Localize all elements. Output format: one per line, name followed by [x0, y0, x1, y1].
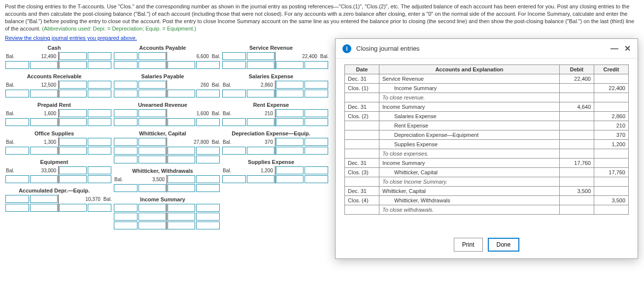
t-account-input[interactable]: [247, 147, 274, 155]
t-account-input[interactable]: [222, 175, 246, 183]
t-account-input[interactable]: [114, 61, 137, 69]
t-account-input[interactable]: [247, 90, 274, 97]
t-account-input[interactable]: [276, 166, 304, 174]
t-account-input[interactable]: [114, 90, 137, 97]
t-account-input[interactable]: [114, 204, 137, 212]
t-account-input[interactable]: [88, 166, 111, 174]
t-account-input[interactable]: [138, 109, 166, 117]
t-account-input[interactable]: [222, 118, 246, 126]
close-icon[interactable]: ✕: [624, 44, 631, 53]
t-account-input[interactable]: [138, 138, 166, 146]
t-account-input[interactable]: [88, 81, 111, 89]
t-account-input[interactable]: [59, 90, 87, 97]
t-account-input[interactable]: [88, 147, 111, 155]
t-account-input[interactable]: [114, 147, 137, 155]
t-account-input[interactable]: [276, 175, 304, 183]
t-account-input[interactable]: [247, 118, 274, 126]
t-account-input[interactable]: [114, 81, 137, 89]
t-account-input[interactable]: [168, 90, 195, 97]
t-account-input[interactable]: [222, 147, 246, 155]
t-account-input[interactable]: [222, 61, 246, 69]
t-account-input[interactable]: [222, 52, 246, 60]
t-account-input[interactable]: [114, 109, 137, 117]
t-account-input[interactable]: [138, 81, 166, 89]
t-account-input[interactable]: [196, 147, 220, 155]
t-account-input[interactable]: [114, 213, 137, 221]
t-account-input[interactable]: [138, 156, 166, 163]
t-account-input[interactable]: [247, 61, 274, 69]
t-account-input[interactable]: [30, 175, 58, 183]
t-account-input[interactable]: [305, 147, 328, 155]
t-account-input[interactable]: [88, 109, 111, 117]
t-account-input[interactable]: [276, 109, 304, 117]
t-account-input[interactable]: [168, 61, 195, 69]
t-account-input[interactable]: [196, 175, 220, 183]
done-button[interactable]: Done: [488, 238, 520, 252]
t-account-input[interactable]: [114, 52, 137, 60]
t-account-input[interactable]: [222, 90, 246, 97]
t-account-input[interactable]: [305, 81, 328, 89]
t-account-input[interactable]: [305, 166, 328, 174]
t-account-input[interactable]: [138, 52, 166, 60]
t-account-input[interactable]: [196, 184, 220, 192]
t-account-input[interactable]: [59, 166, 87, 174]
t-account-input[interactable]: [196, 204, 220, 212]
t-account-input[interactable]: [114, 156, 137, 163]
t-account-input[interactable]: [196, 222, 220, 229]
t-account-input[interactable]: [88, 138, 111, 146]
t-account-input[interactable]: [168, 156, 195, 163]
t-account-input[interactable]: [196, 156, 220, 163]
t-account-input[interactable]: [30, 204, 58, 212]
t-account-input[interactable]: [59, 81, 87, 89]
t-account-input[interactable]: [305, 118, 328, 126]
t-account-input[interactable]: [276, 147, 304, 155]
t-account-input[interactable]: [247, 52, 274, 60]
t-account-input[interactable]: [276, 138, 304, 146]
t-account-input[interactable]: [30, 118, 58, 126]
t-account-input[interactable]: [59, 61, 87, 69]
t-account-input[interactable]: [59, 109, 87, 117]
t-account-input[interactable]: [88, 175, 111, 183]
t-account-input[interactable]: [138, 90, 166, 97]
t-account-input[interactable]: [30, 90, 58, 97]
t-account-input[interactable]: [59, 138, 87, 146]
t-account-input[interactable]: [114, 184, 137, 192]
t-account-input[interactable]: [305, 90, 328, 97]
minimize-icon[interactable]: —: [610, 44, 618, 53]
t-account-input[interactable]: [30, 61, 58, 69]
t-account-input[interactable]: [88, 90, 111, 97]
review-link[interactable]: Review the closing journal entries you p…: [0, 34, 142, 45]
t-account-input[interactable]: [276, 81, 304, 89]
t-account-input[interactable]: [88, 52, 111, 60]
t-account-input[interactable]: [114, 118, 137, 126]
t-account-input[interactable]: [247, 175, 274, 183]
t-account-input[interactable]: [59, 204, 87, 212]
t-account-input[interactable]: [5, 90, 29, 97]
t-account-input[interactable]: [88, 118, 111, 126]
t-account-input[interactable]: [168, 118, 195, 126]
t-account-input[interactable]: [5, 175, 29, 183]
t-account-input[interactable]: [5, 147, 29, 155]
t-account-input[interactable]: [138, 184, 166, 192]
t-account-input[interactable]: [305, 138, 328, 146]
t-account-input[interactable]: [168, 213, 195, 221]
t-account-input[interactable]: [30, 195, 58, 203]
t-account-input[interactable]: [59, 52, 87, 60]
t-account-input[interactable]: [114, 222, 137, 229]
t-account-input[interactable]: [138, 61, 166, 69]
t-account-input[interactable]: [276, 118, 304, 126]
t-account-input[interactable]: [5, 61, 29, 69]
t-account-input[interactable]: [138, 147, 166, 155]
t-account-input[interactable]: [138, 213, 166, 221]
t-account-input[interactable]: [196, 213, 220, 221]
t-account-input[interactable]: [276, 61, 304, 69]
t-account-input[interactable]: [138, 204, 166, 212]
t-account-input[interactable]: [196, 90, 220, 97]
t-account-input[interactable]: [276, 90, 304, 97]
t-account-input[interactable]: [168, 147, 195, 155]
t-account-input[interactable]: [168, 175, 195, 183]
t-account-input[interactable]: [30, 147, 58, 155]
t-account-input[interactable]: [59, 175, 87, 183]
t-account-input[interactable]: [5, 118, 29, 126]
t-account-input[interactable]: [196, 118, 220, 126]
